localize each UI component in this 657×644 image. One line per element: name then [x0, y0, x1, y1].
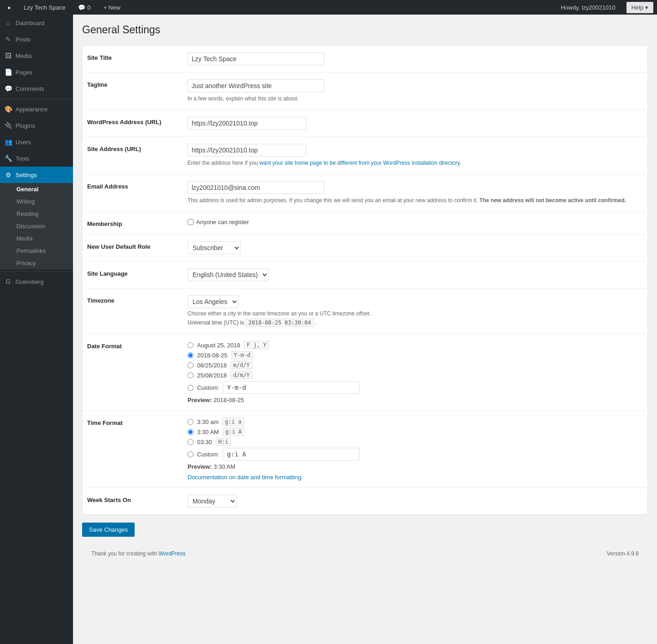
time-format-label-2: 03:30 — [197, 439, 212, 445]
page-title: General Settings — [82, 24, 648, 36]
date-format-radio-3[interactable] — [188, 372, 193, 378]
timezone-select[interactable]: Los Angeles — [188, 295, 239, 308]
date-format-radio-2[interactable] — [188, 362, 193, 368]
site-name-label: Lzy Tech Space — [24, 4, 66, 11]
date-format-label-2: 08/25/2018 — [197, 362, 227, 369]
time-format-option-0: 3:30 am g:i a — [188, 418, 643, 426]
date-time-doc-link[interactable]: Documentation on date and time formattin… — [188, 474, 303, 481]
sidebar-item-comments[interactable]: 💬 Comments — [0, 80, 73, 97]
users-label: Users — [16, 139, 31, 146]
date-format-option-0: August 25, 2018 F j, Y — [188, 341, 643, 349]
week-starts-select[interactable]: Sunday Monday Tuesday Wednesday Thursday… — [188, 495, 237, 508]
time-format-custom-input[interactable] — [223, 448, 360, 461]
site-title-input[interactable] — [188, 52, 324, 65]
sidebar-item-plugins[interactable]: 🔌 Plugins — [0, 117, 73, 134]
wp-address-row: WordPress Address (URL) — [83, 110, 647, 137]
users-icon: 👥 — [5, 138, 12, 146]
comments-button[interactable]: 💬 0 — [74, 0, 94, 15]
footer-text: Thank you for creating with WordPress — [91, 550, 186, 557]
sidebar-item-reading[interactable]: Reading — [0, 208, 73, 220]
membership-checkbox-label[interactable]: Anyone can register — [188, 219, 643, 225]
site-name-button[interactable]: Lzy Tech Space — [20, 0, 69, 15]
new-content-button[interactable]: + New — [100, 0, 124, 15]
new-label: + New — [104, 4, 120, 11]
tagline-description: In a few words, explain what this site i… — [188, 94, 643, 103]
site-language-row: Site Language English (United States) — [83, 262, 647, 288]
sidebar-item-users[interactable]: 👥 Users — [0, 134, 73, 150]
membership-label: Membership — [87, 219, 188, 227]
wordpress-link[interactable]: WordPress — [158, 550, 185, 557]
tagline-row: Tagline In a few words, explain what thi… — [83, 73, 647, 110]
sidebar-item-writing[interactable]: Writing — [0, 195, 73, 208]
time-format-code-0: g:i a — [222, 418, 244, 426]
site-title-label: Site Title — [87, 52, 188, 61]
time-format-code-2: H:i — [216, 438, 231, 446]
sidebar-item-general[interactable]: General — [0, 183, 73, 195]
time-format-radio-2[interactable] — [188, 439, 193, 445]
date-format-label-1: 2018-08-25 — [197, 352, 228, 359]
date-format-radio-1[interactable] — [188, 352, 193, 358]
utc-value: 2018-08-25 03:30:04 — [245, 319, 313, 327]
sidebar-item-posts[interactable]: ✎ Posts — [0, 31, 73, 47]
date-format-preview: Preview: 2018-08-25 — [188, 397, 643, 403]
wp-logo-button[interactable]: ● — [4, 0, 15, 15]
time-format-radio-0[interactable] — [188, 419, 193, 425]
date-format-option-3: 25/08/2018 d/m/Y — [188, 371, 643, 379]
sidebar-item-media[interactable]: 🖼 Media — [0, 47, 73, 64]
gutenberg-label: Gutenberg — [16, 278, 43, 285]
membership-checkbox-text: Anyone can register — [196, 219, 249, 225]
site-language-label: Site Language — [87, 268, 188, 277]
wp-address-label: WordPress Address (URL) — [87, 117, 188, 126]
sidebar-item-settings[interactable]: ⚙ Settings — [0, 167, 73, 183]
membership-checkbox[interactable] — [188, 219, 193, 225]
sidebar-item-permalinks[interactable]: Permalinks — [0, 245, 73, 257]
time-format-code-1: g:i A — [223, 428, 245, 436]
sidebar-item-gutenberg[interactable]: G Gutenberg — [0, 273, 73, 290]
default-role-select[interactable]: Subscriber Contributor Author Editor Adm… — [188, 241, 241, 254]
email-label: Email Address — [87, 181, 188, 190]
week-starts-row: Week Starts On Sunday Monday Tuesday Wed… — [83, 488, 647, 515]
time-format-label-0: 3:30 am — [197, 419, 219, 425]
email-row: Email Address This address is used for a… — [83, 174, 647, 212]
timezone-row: Timezone Los Angeles Choose either a cit… — [83, 288, 647, 334]
plugins-label: Plugins — [16, 122, 35, 129]
time-format-radio-1[interactable] — [188, 429, 193, 435]
tools-icon: 🔧 — [5, 155, 12, 162]
site-address-label: Site Address (URL) — [87, 144, 188, 152]
date-format-label-0: August 25, 2018 — [197, 342, 240, 349]
tagline-input[interactable] — [188, 79, 324, 92]
sidebar-item-appearance[interactable]: 🎨 Appearance — [0, 101, 73, 117]
sidebar-item-discussion[interactable]: Discussion — [0, 220, 73, 232]
site-language-select[interactable]: English (United States) — [188, 268, 269, 281]
date-format-radio-0[interactable] — [188, 342, 193, 348]
media-label: Media — [16, 52, 31, 59]
date-format-radio-custom[interactable] — [188, 385, 193, 391]
appearance-icon: 🎨 — [5, 105, 12, 113]
email-input[interactable] — [188, 181, 324, 194]
time-format-row: Time Format 3:30 am g:i a 3:30 AM g:i A — [83, 411, 647, 488]
posts-label: Posts — [16, 36, 31, 43]
time-format-option-custom: Custom: — [188, 448, 643, 461]
sidebar-item-privacy[interactable]: Privacy — [0, 257, 73, 269]
site-address-row: Site Address (URL) Enter the address her… — [83, 137, 647, 174]
comments-count: 0 — [87, 4, 90, 11]
date-format-label: Date Format — [87, 341, 188, 350]
sidebar-item-media-settings[interactable]: Media — [0, 232, 73, 245]
time-format-option-2: 03:30 H:i — [188, 438, 643, 446]
wp-address-input[interactable] — [188, 117, 306, 130]
site-address-input[interactable] — [188, 144, 306, 157]
time-format-radio-custom[interactable] — [188, 451, 193, 457]
dashboard-icon: ⌂ — [5, 19, 12, 26]
sidebar-item-tools[interactable]: 🔧 Tools — [0, 150, 73, 167]
date-format-custom-input[interactable] — [223, 381, 360, 394]
settings-icon: ⚙ — [5, 171, 12, 178]
sidebar-item-pages[interactable]: 📄 Pages — [0, 64, 73, 80]
utc-time-line: Universal time (UTC) is 2018-08-25 03:30… — [188, 319, 643, 327]
date-format-label-3: 25/08/2018 — [197, 372, 227, 379]
help-button[interactable]: Help ▾ — [626, 2, 653, 13]
comments-menu-label: Comments — [16, 85, 44, 92]
save-changes-button[interactable]: Save Changes — [82, 523, 135, 537]
gutenberg-icon: G — [5, 278, 12, 285]
site-address-link[interactable]: want your site home page to be different… — [259, 160, 459, 166]
sidebar-item-dashboard[interactable]: ⌂ Dashboard — [0, 15, 73, 31]
